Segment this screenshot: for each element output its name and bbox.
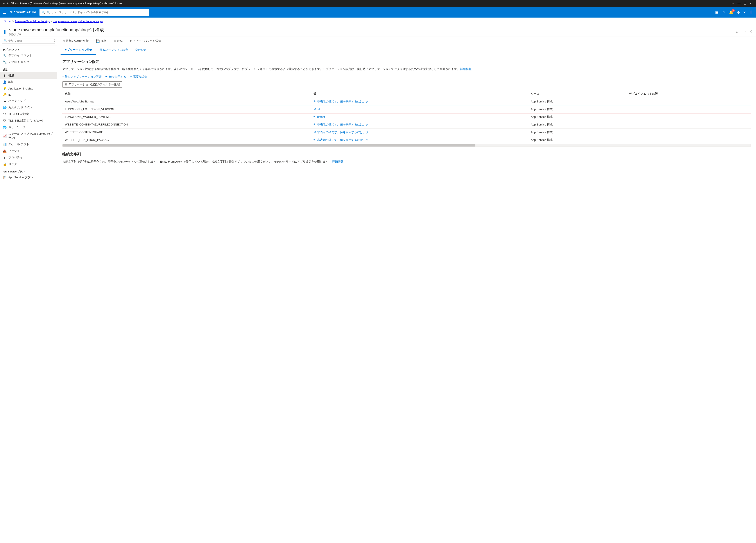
sidebar-item-tls-ssl[interactable]: 🛡 TLS/SSL の設定	[0, 111, 57, 117]
page-header-actions: ☆ ··· ✕	[735, 29, 752, 34]
tls-preview-icon: 🛡	[3, 119, 7, 122]
sidebar-item-custom-domain[interactable]: 🌐 カスタム ドメイン	[0, 104, 57, 111]
sidebar-item-appplan[interactable]: 📋 App Service プラン	[0, 174, 57, 181]
close-button[interactable]: ✕	[748, 2, 753, 5]
sidebar-item-lock[interactable]: 🔒 ロック	[0, 161, 57, 167]
scale-out-icon: 📊	[3, 143, 7, 146]
setting-slot	[626, 98, 751, 105]
save-icon: 💾	[96, 39, 100, 43]
sidebar-search-input[interactable]	[2, 38, 55, 43]
filter-button[interactable]: ⊞ アプリケーション設定のフィルター処理	[62, 81, 122, 88]
sidebar-item-scale-out-label: スケール アウト	[8, 142, 29, 146]
azure-logo: Microsoft Azure	[10, 10, 36, 14]
setting-source: App Service 構成	[528, 98, 626, 105]
sidebar-item-custom-domain-label: カスタム ドメイン	[8, 106, 32, 109]
toolbar: ↻ 最新の情報に更新 💾 保存 ✕ 破棄 ♥ フィードバックを送信	[57, 36, 756, 46]
page-title-block: stage (awesomesamplefunctionapp/stage) |…	[9, 27, 104, 36]
sidebar-item-push[interactable]: 📤 プッシュ	[0, 148, 57, 154]
refresh-label: 最新の情報に更新	[66, 39, 89, 43]
setting-source: App Service 構成	[528, 136, 626, 144]
sidebar-item-properties[interactable]: ⫿ プロパティ	[0, 154, 57, 161]
sidebar-item-network-label: ネットワーク	[8, 125, 25, 129]
add-app-setting-button[interactable]: + 新しいアプリケーション設定	[62, 75, 102, 79]
setting-value: 👁 非表示の値です。値を表示するには、ク	[311, 128, 528, 136]
table-row[interactable]: WEBSITE_CONTENTSHARE 👁 非表示の値です。値を表示するには、…	[62, 128, 751, 136]
titlebar-left: ← ↻ Microsoft Azure (Customer View) - st…	[3, 2, 122, 5]
sidebar-item-id-label: ID	[8, 93, 11, 96]
refresh-icon[interactable]: ↻	[7, 2, 9, 5]
table-row[interactable]: WEBSITE_CONTENTAZUREFILECONNECTION: 👁 非表…	[62, 121, 751, 128]
sidebar-item-id[interactable]: 🔑 ID	[0, 91, 57, 98]
nav-icons: ▣ ☺ 🔔 2 ⚙ ? 👤	[715, 10, 753, 14]
close-panel-icon[interactable]: ✕	[749, 29, 752, 34]
star-icon[interactable]: ☆	[735, 29, 739, 34]
sidebar-item-network[interactable]: 🌐 ネットワーク	[0, 124, 57, 131]
sidebar-item-scale-up[interactable]: 📈 スケール アップ (App Service のプラン)	[0, 131, 57, 141]
conn-details-link[interactable]: 詳細情報	[332, 160, 344, 163]
table-row[interactable]: AzureWebJobsStorage 👁 非表示の値です。値を表示するには、ク…	[62, 98, 751, 105]
tab-general-settings[interactable]: 全般設定	[132, 46, 150, 55]
page-title: stage (awesomesamplefunctionapp/stage) |…	[9, 27, 104, 33]
config-icon: ⫿	[3, 74, 7, 77]
table-row[interactable]: FUNCTIONS_WORKER_RUNTIME 👁 dotnet App Se…	[62, 113, 751, 121]
tls-icon: 🛡	[3, 112, 7, 116]
col-source-header: ソース	[528, 90, 626, 98]
sidebar: 《 デプロイメント 🔧 デプロイ スロット 🔧 デプロイ センター 設定 ⫿ 構…	[0, 36, 57, 543]
refresh-toolbar-icon: ↻	[62, 39, 65, 43]
sidebar-collapse-button[interactable]: 《	[50, 38, 57, 44]
table-row[interactable]: FUNCTIONS_EXTENSION_VERSION 👁 ~4 App Ser…	[62, 105, 751, 113]
refresh-button[interactable]: ↻ 最新の情報に更新	[61, 38, 90, 44]
breadcrumb-stage[interactable]: stage (awesomesamplefunctionapp/stage)	[53, 20, 103, 23]
tab-runtime-settings[interactable]: 関数のランタイム設定	[96, 46, 132, 55]
table-scrollbar[interactable]	[62, 144, 751, 147]
sidebar-item-deploy-center[interactable]: 🔧 デプロイ センター	[0, 59, 57, 65]
tab-app-settings[interactable]: アプリケーション設定	[61, 46, 96, 55]
save-label: 保存	[100, 39, 106, 43]
sidebar-section-settings: 設定	[0, 65, 57, 72]
search-icon: 🔍	[42, 11, 45, 14]
notifications-icon[interactable]: 🔔 2	[729, 10, 733, 14]
hamburger-icon[interactable]: ☰	[3, 10, 6, 15]
setting-source: App Service 構成	[528, 128, 626, 136]
sidebar-item-scale-out[interactable]: 📊 スケール アウト	[0, 141, 57, 148]
sidebar-item-config[interactable]: ⫿ 構成	[0, 72, 57, 79]
edit-icon: ✏	[130, 75, 132, 78]
setting-slot	[626, 113, 751, 121]
discard-button[interactable]: ✕ 破棄	[112, 38, 124, 44]
settings-icon[interactable]: ⚙	[737, 10, 740, 14]
feedback-button[interactable]: ♥ フィードバックを送信	[128, 38, 163, 44]
account-icon[interactable]: 👤	[749, 10, 753, 14]
help-icon[interactable]: ?	[743, 10, 745, 14]
sidebar-item-auth[interactable]: 👤 認証	[0, 79, 57, 85]
terminal-icon[interactable]: ▣	[715, 10, 718, 14]
setting-slot	[626, 128, 751, 136]
minimize-button[interactable]: —	[736, 2, 742, 5]
discard-label: 破棄	[117, 39, 123, 43]
table-scrollbar-thumb	[63, 144, 475, 147]
custom-domain-icon: 🌐	[3, 106, 7, 109]
ellipsis-icon[interactable]: ···	[742, 29, 746, 34]
sidebar-item-app-insights[interactable]: 💡 Application Insights	[0, 85, 57, 91]
app-settings-details-link[interactable]: 詳細情報	[460, 67, 472, 71]
sidebar-item-backup[interactable]: ☁ バックアップ	[0, 98, 57, 104]
back-icon[interactable]: ←	[3, 2, 5, 5]
backup-icon: ☁	[3, 99, 7, 103]
properties-icon: ⫿	[3, 156, 7, 159]
network-icon: 🌐	[3, 125, 7, 129]
titlebar-dots[interactable]: ···	[730, 2, 735, 5]
sidebar-item-properties-label: プロパティ	[8, 156, 23, 159]
save-button[interactable]: 💾 保存	[94, 38, 108, 44]
main-layout: 《 デプロイメント 🔧 デプロイ スロット 🔧 デプロイ センター 設定 ⫿ 構…	[0, 36, 756, 543]
sidebar-item-deploy-slots[interactable]: 🔧 デプロイ スロット	[0, 52, 57, 59]
show-values-button[interactable]: 👁 値を表示する	[105, 75, 126, 79]
maximize-button[interactable]: □	[743, 2, 747, 5]
breadcrumb-home[interactable]: ホーム	[4, 19, 11, 23]
table-row[interactable]: WEBSITE_RUN_FROM_PACKAGE 👁 非表示の値です。値を表示す…	[62, 136, 751, 144]
advanced-edit-button[interactable]: ✏ 高度な編集	[130, 75, 147, 79]
feedback-nav-icon[interactable]: ☺	[722, 10, 726, 14]
sidebar-section-deployment: デプロイメント	[0, 45, 57, 52]
conn-desc: 接続文字列は保存時に暗号化され、暗号化されたチャネルで送信されます。 Entit…	[62, 159, 751, 164]
sidebar-item-tls-preview[interactable]: 🛡 TLS/SSL 設定 (プレビュー)	[0, 117, 57, 124]
breadcrumb-app[interactable]: AwesomeSampleFunctionApp	[15, 20, 50, 23]
azure-search[interactable]: 🔍 🔍 リソース、サービス、ドキュメントの検索 (G+/)	[39, 9, 149, 16]
